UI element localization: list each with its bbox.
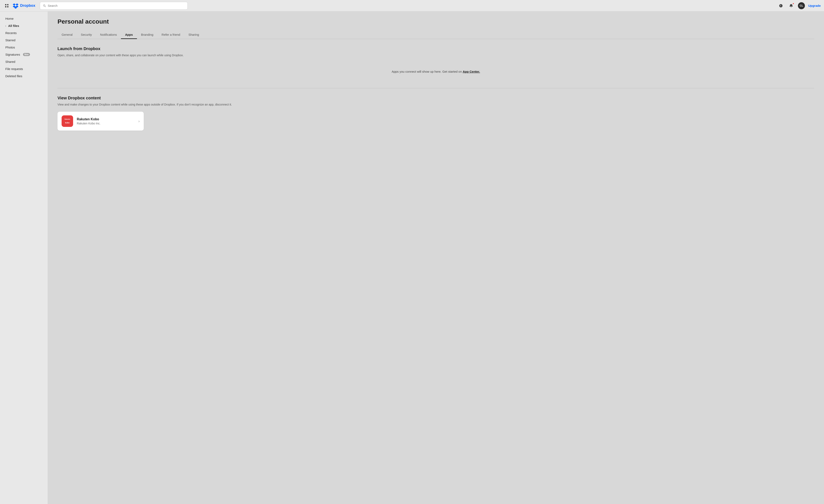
tab-sharing[interactable]: Sharing [184,31,203,39]
help-icon [779,4,783,8]
svg-rect-1 [7,4,8,5]
upgrade-button[interactable]: Upgrade [808,4,821,7]
sidebar-item-label: Starred [5,38,15,42]
sidebar-item-label: File requests [5,67,23,71]
grid-icon [5,4,9,8]
logo[interactable]: Dropbox [13,3,37,9]
search-bar[interactable] [40,2,188,10]
notification-badge [792,3,794,5]
svg-rect-4 [62,115,73,127]
empty-state-prefix: Apps you connect will show up here. Get … [392,70,462,73]
sidebar: Home›All filesRecentsStarredPhotosSignat… [0,11,47,504]
app-name: Rakuten Kobo [77,117,135,121]
sidebar-item-file-requests[interactable]: File requests [1,66,46,72]
sidebar-item-home[interactable]: Home [1,15,46,22]
sidebar-item-label: Deleted files [5,74,22,78]
sidebar-item-label: Photos [5,45,15,49]
chevron-icon: › [5,25,6,27]
sidebar-item-label: Recents [5,31,17,35]
sidebar-item-label: Signatures [5,53,20,56]
sidebar-item-starred[interactable]: Starred [1,37,46,43]
tabs: GeneralSecurityNotificationsAppsBranding… [58,31,814,39]
sidebar-item-shared[interactable]: Shared [1,58,46,65]
svg-text:kobo: kobo [65,122,70,124]
sidebar-item-label: Home [5,17,14,20]
svg-rect-0 [5,4,6,5]
sidebar-item-photos[interactable]: Photos [1,44,46,51]
sidebar-item-deleted-files[interactable]: Deleted files [1,73,46,80]
notifications-button[interactable] [788,2,795,9]
launch-description: Open, share, and collaborate on your con… [58,53,814,58]
avatar-initials: CL [800,4,803,7]
launch-section: Launch from Dropbox Open, share, and col… [58,46,814,81]
search-input[interactable] [47,4,185,7]
tab-security[interactable]: Security [77,31,96,39]
topbar-right: CL Upgrade [778,2,821,9]
page-title: Personal account [58,18,814,25]
tab-general[interactable]: General [58,31,77,39]
app-card-rakuten[interactable]: Rakuten kobo Rakuten Kobo Rakuten Kobo I… [58,112,144,130]
app-center-link[interactable]: App Center. [462,70,480,73]
sidebar-item-label: All files [8,24,19,27]
app-info: Rakuten Kobo Rakuten Kobo Inc. [77,117,135,125]
sidebar-item-label: Shared [5,60,15,64]
tab-refer[interactable]: Refer a friend [158,31,184,39]
tab-apps[interactable]: Apps [121,31,137,39]
app-card-chevron-icon[interactable]: › [138,119,140,123]
app-logo-rakuten: Rakuten kobo [62,115,73,127]
dropbox-logo-icon [13,3,18,9]
section-divider [58,88,814,88]
layout: Home›All filesRecentsStarredPhotosSignat… [0,11,824,504]
new-badge: New [23,53,30,56]
svg-rect-2 [5,6,6,7]
topbar: Dropbox CL Upgrade [0,0,824,11]
search-icon [43,4,46,7]
rakuten-kobo-icon: Rakuten kobo [62,115,73,127]
view-section: View Dropbox content View and make chang… [58,96,814,130]
tab-notifications[interactable]: Notifications [96,31,121,39]
svg-rect-3 [7,6,8,7]
view-title: View Dropbox content [58,96,814,100]
help-button[interactable] [778,2,784,9]
sidebar-item-all-files[interactable]: ›All files [1,22,46,29]
app-company: Rakuten Kobo Inc. [77,122,135,125]
svg-text:Rakuten: Rakuten [65,118,70,120]
sidebar-item-recents[interactable]: Recents [1,29,46,36]
grid-menu-button[interactable] [3,2,10,9]
view-description: View and make changes to your Dropbox co… [58,102,814,107]
launch-empty-state: Apps you connect will show up here. Get … [58,63,814,81]
avatar-button[interactable]: CL [798,2,805,9]
launch-title: Launch from Dropbox [58,46,814,51]
sidebar-item-signatures[interactable]: SignaturesNew [1,51,46,58]
main-content: Personal account GeneralSecurityNotifica… [47,11,824,504]
tab-branding[interactable]: Branding [137,31,158,39]
logo-text: Dropbox [20,3,35,8]
